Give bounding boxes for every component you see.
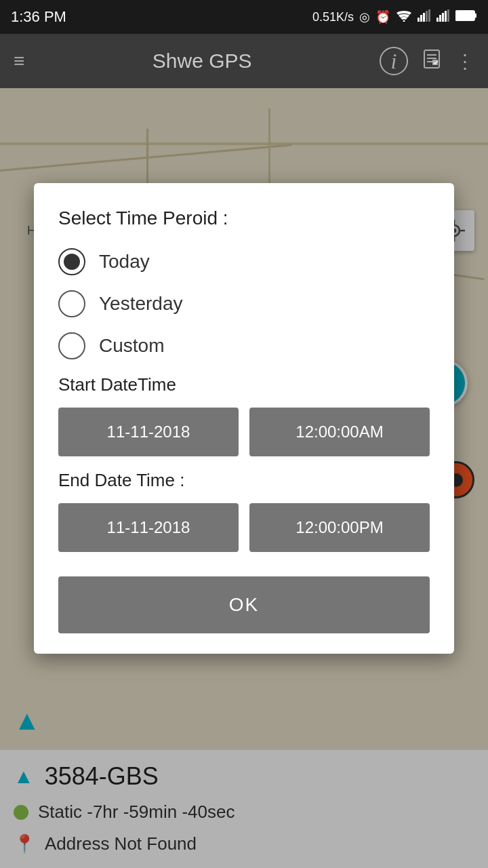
start-date-button[interactable]: 11-11-2018 — [58, 408, 239, 456]
status-time: 1:36 PM — [11, 8, 66, 26]
dialog-title: Select Time Peroid : — [58, 208, 430, 229]
svg-rect-5 — [428, 9, 430, 22]
signal1-icon — [418, 9, 431, 25]
app-title: Shwe GPS — [38, 50, 366, 73]
svg-rect-11 — [455, 11, 474, 20]
app-bar: ≡ Shwe GPS i ⋮ — [0, 34, 488, 88]
start-time-button[interactable]: 12:00:00AM — [249, 408, 430, 456]
app-bar-actions: i ⋮ — [380, 47, 474, 75]
radio-yesterday[interactable]: Yesterday — [58, 290, 430, 317]
radio-custom[interactable]: Custom — [58, 332, 430, 359]
radio-circle-custom — [58, 332, 85, 359]
svg-rect-12 — [474, 14, 476, 18]
svg-rect-10 — [447, 9, 449, 22]
radio-inner-today — [64, 254, 80, 270]
radio-label-yesterday: Yesterday — [99, 293, 183, 315]
more-icon[interactable]: ⋮ — [455, 50, 474, 73]
start-datetime-row: 11-11-2018 12:00:00AM — [58, 408, 430, 456]
svg-rect-6 — [436, 18, 439, 22]
modal-overlay: Select Time Peroid : Today Yesterday Cus… — [0, 88, 488, 868]
radio-label-custom: Custom — [99, 335, 164, 357]
location-icon: ◎ — [359, 9, 370, 24]
svg-rect-1 — [418, 18, 420, 22]
svg-rect-3 — [423, 13, 425, 22]
ok-button[interactable]: OK — [58, 576, 430, 633]
start-datetime-label: Start DateTime — [58, 374, 430, 395]
status-right: 0.51K/s ◎ ⏰ — [312, 9, 477, 25]
signal2-icon — [436, 9, 450, 25]
svg-rect-4 — [426, 11, 428, 22]
battery-icon — [455, 9, 477, 25]
svg-rect-2 — [420, 15, 422, 22]
alarm-icon: ⏰ — [375, 9, 390, 24]
status-bar: 1:36 PM 0.51K/s ◎ ⏰ — [0, 0, 488, 34]
end-time-button[interactable]: 12:00:00PM — [249, 503, 430, 552]
network-speed: 0.51K/s — [312, 10, 354, 24]
radio-circle-yesterday — [58, 290, 85, 317]
svg-point-0 — [403, 20, 405, 22]
svg-rect-7 — [439, 15, 441, 22]
svg-rect-9 — [445, 11, 447, 22]
end-datetime-label: End Date Time : — [58, 470, 430, 491]
wifi-icon — [396, 9, 412, 25]
radio-label-today: Today — [99, 251, 150, 273]
info-icon[interactable]: i — [380, 47, 408, 75]
menu-icon[interactable]: ≡ — [14, 50, 24, 72]
radio-today[interactable]: Today — [58, 248, 430, 275]
svg-rect-8 — [442, 13, 444, 22]
notes-icon[interactable] — [422, 49, 442, 74]
radio-circle-today — [58, 248, 85, 275]
dialog: Select Time Peroid : Today Yesterday Cus… — [34, 183, 454, 654]
end-date-button[interactable]: 11-11-2018 — [58, 503, 239, 552]
end-datetime-row: 11-11-2018 12:00:00PM — [58, 503, 430, 552]
